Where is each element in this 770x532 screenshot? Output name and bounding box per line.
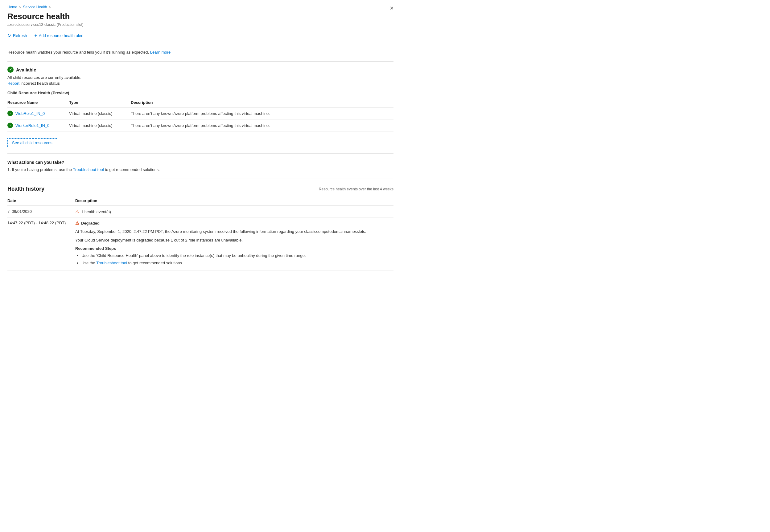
step-2-link[interactable]: Troubleshoot tool xyxy=(96,261,127,265)
degraded-warning-icon: ⚠ xyxy=(75,221,79,225)
history-detail-row: 14:47:22 (PDT) - 14:48:22 (PDT) ⚠ Degrad… xyxy=(7,217,393,270)
event-count: 1 health event(s) xyxy=(81,209,111,214)
degraded-title: ⚠ Degraded xyxy=(75,221,393,225)
refresh-icon: ↻ xyxy=(7,33,11,38)
info-divider xyxy=(7,61,393,62)
row-status-icon: ✓ xyxy=(7,111,13,116)
close-button[interactable]: × xyxy=(390,5,393,11)
breadcrumb-service-health[interactable]: Service Health xyxy=(23,5,47,9)
troubleshoot-link[interactable]: Troubleshoot tool xyxy=(73,167,104,172)
table-row: ✓ WebRole1_IN_0 Virtual machine (classic… xyxy=(7,108,393,120)
info-bar: Resource health watches your resource an… xyxy=(7,47,393,58)
resource-subtitle: azurecloudservices12-classic (Production… xyxy=(7,22,393,27)
event-desc-2: Your Cloud Service deployment is degrade… xyxy=(75,237,393,243)
page-title: Resource health xyxy=(7,12,393,21)
toolbar: ↻ Refresh + Add resource health alert xyxy=(7,32,393,39)
status-section: ✓ Available All child resources are curr… xyxy=(7,67,393,86)
step-1: Use the 'Child Resource Health' panel ab… xyxy=(81,253,393,259)
history-date: 09/01/2020 xyxy=(12,209,32,214)
add-alert-label: Add resource health alert xyxy=(39,33,83,38)
step-2: Use the Troubleshoot tool to get recomme… xyxy=(81,260,393,266)
toolbar-divider xyxy=(7,43,393,43)
health-event-cell: ⚠ 1 health event(s) xyxy=(75,209,393,214)
event-desc-1: At Tuesday, September 1, 2020, 2:47:22 P… xyxy=(75,229,393,235)
actions-title: What actions can you take? xyxy=(7,160,393,165)
history-event-count-cell: ⚠ 1 health event(s) xyxy=(75,206,393,217)
actions-divider xyxy=(7,178,393,178)
page-container: Home > Service Health > Resource health … xyxy=(0,0,401,275)
history-date-group-row: ∨ 09/01/2020 ⚠ 1 health event(s) xyxy=(7,206,393,217)
chevron-icon: ∨ xyxy=(7,209,10,213)
history-detail-desc-cell: ⚠ Degraded At Tuesday, September 1, 2020… xyxy=(75,217,393,270)
breadcrumb: Home > Service Health > xyxy=(7,5,393,9)
add-alert-button[interactable]: + Add resource health alert xyxy=(35,32,83,39)
resource-desc-cell: There aren't any known Azure platform pr… xyxy=(131,108,393,120)
refresh-button[interactable]: ↻ Refresh xyxy=(7,32,27,39)
breadcrumb-home[interactable]: Home xyxy=(7,5,17,9)
info-text: Resource health watches your resource an… xyxy=(7,50,149,55)
status-available: ✓ Available xyxy=(7,67,393,73)
breadcrumb-sep-2: > xyxy=(49,5,51,9)
see-all-button[interactable]: See all child resources xyxy=(7,138,57,147)
health-history-header: Health history Resource health events ov… xyxy=(7,186,393,192)
health-history-subtitle: Resource health events over the last 4 w… xyxy=(319,187,393,191)
resource-name-cell: ✓ WorkerRole1_IN_0 xyxy=(7,120,69,132)
child-divider xyxy=(7,153,393,154)
resource-desc-cell: There aren't any known Azure platform pr… xyxy=(131,120,393,132)
report-suffix: incorrect health status xyxy=(21,81,60,86)
time-range: 14:47:22 (PDT) - 14:48:22 (PDT) xyxy=(7,221,66,225)
resource-table: Resource Name Type Description ✓ WebRole… xyxy=(7,98,393,132)
report-link[interactable]: Report xyxy=(7,81,19,86)
step-1-text: Use the 'Child Resource Health' panel ab… xyxy=(81,253,306,258)
step-2-prefix: Use the xyxy=(81,261,96,265)
refresh-label: Refresh xyxy=(13,33,27,38)
time-range-cell: 14:47:22 (PDT) - 14:48:22 (PDT) xyxy=(7,217,75,270)
actions-item-suffix: to get recommended solutions. xyxy=(105,167,160,172)
learn-more-link[interactable]: Learn more xyxy=(150,50,170,55)
status-available-icon: ✓ xyxy=(7,67,14,73)
resource-type-cell: Virtual machine (classic) xyxy=(69,108,131,120)
history-date-cell: ∨ 09/01/2020 xyxy=(7,206,75,217)
resource-type-cell: Virtual machine (classic) xyxy=(69,120,131,132)
child-health-title: Child Resource Health (Preview) xyxy=(7,91,393,95)
col-resource-name: Resource Name xyxy=(7,98,69,108)
add-icon: + xyxy=(35,33,37,38)
resource-name-link[interactable]: WorkerRole1_IN_0 xyxy=(15,123,49,128)
history-col-description: Description xyxy=(75,196,393,206)
col-type: Type xyxy=(69,98,131,108)
resource-name-cell: ✓ WebRole1_IN_0 xyxy=(7,108,69,120)
date-expand-toggle[interactable]: ∨ 09/01/2020 xyxy=(7,209,75,214)
health-history-title: Health history xyxy=(7,186,44,192)
row-status-icon: ✓ xyxy=(7,123,13,128)
recommended-steps-list: Use the 'Child Resource Health' panel ab… xyxy=(75,253,393,266)
history-col-date: Date xyxy=(7,196,75,206)
status-label: Available xyxy=(16,67,36,72)
resource-name-link[interactable]: WebRole1_IN_0 xyxy=(15,111,45,116)
degraded-label: Degraded xyxy=(81,221,100,225)
actions-item-prefix: 1. If you're having problems, use the xyxy=(7,167,73,172)
history-table: Date Description ∨ 09/01/2020 ⚠ 1 health… xyxy=(7,196,393,270)
actions-item-1: 1. If you're having problems, use the Tr… xyxy=(7,167,393,172)
step-2-suffix-text: to get recommended solutions xyxy=(128,261,182,265)
status-description: All child resources are currently availa… xyxy=(7,75,393,80)
table-row: ✓ WorkerRole1_IN_0 Virtual machine (clas… xyxy=(7,120,393,132)
col-description: Description xyxy=(131,98,393,108)
recommended-steps-title: Recommended Steps xyxy=(75,246,393,251)
breadcrumb-sep-1: > xyxy=(19,5,21,9)
warning-icon: ⚠ xyxy=(75,209,79,214)
